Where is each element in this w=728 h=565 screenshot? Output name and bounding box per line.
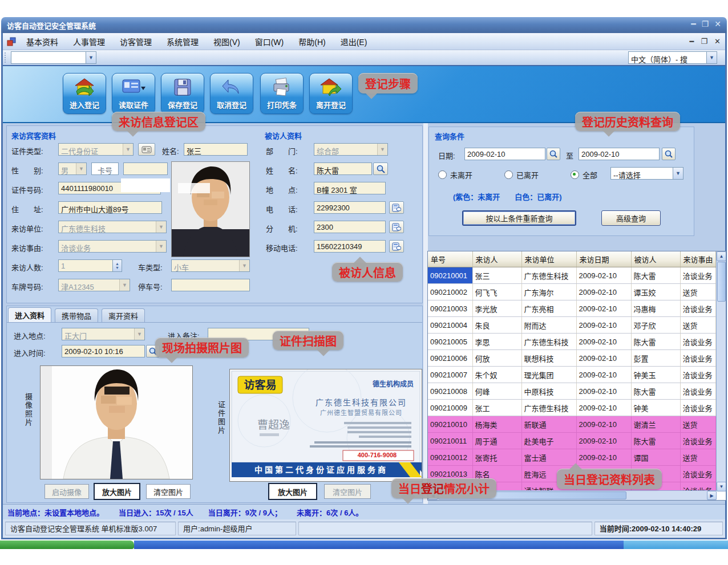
phone-dial-button[interactable] xyxy=(389,201,404,214)
mdi-restore-icon[interactable]: ❐ xyxy=(701,37,707,46)
cert-type-combobox[interactable]: 二代身份证 ▼ xyxy=(58,143,134,156)
filter-select[interactable]: --请选择 ▼ xyxy=(610,167,683,180)
table-cell[interactable]: 2009-02-10 xyxy=(576,267,631,284)
table-cell[interactable]: 周于通 xyxy=(472,433,521,449)
table-cell[interactable]: 洽谈业务 xyxy=(680,400,715,416)
table-cell[interactable]: 谢清兰 xyxy=(631,416,680,433)
date-from-picker-button[interactable] xyxy=(547,148,560,160)
minimize-icon[interactable]: ━ xyxy=(691,19,695,29)
table-cell[interactable]: 钟美玉 xyxy=(631,367,680,383)
table-cell[interactable]: 090210006 xyxy=(428,350,472,367)
scroll-right-icon[interactable]: ▶ xyxy=(707,491,717,500)
table-cell[interactable]: 090210005 xyxy=(428,334,472,350)
address-input[interactable]: 广州市中山大道89号 xyxy=(58,201,162,214)
table-cell[interactable]: 张寄托 xyxy=(472,449,521,466)
menu-item-view[interactable]: 视图(V) xyxy=(206,34,248,50)
close-icon[interactable]: ✕ xyxy=(714,19,721,29)
visited-name-search-button[interactable] xyxy=(373,162,388,175)
chevron-down-icon[interactable]: ▼ xyxy=(673,168,683,179)
cancel-register-button[interactable]: 取消登记 xyxy=(210,73,253,114)
table-cell[interactable]: 2009-02-10 xyxy=(576,317,631,334)
date-from-input[interactable]: 2009-02-10 xyxy=(464,148,545,160)
table-cell[interactable]: 广东海尔 xyxy=(521,284,576,300)
table-cell[interactable]: 090210010 xyxy=(428,416,472,433)
zoom-photo-button[interactable]: 放大图片 xyxy=(94,483,140,500)
advanced-query-button[interactable]: 高级查询 xyxy=(601,210,661,226)
table-cell[interactable]: 陈大雷 xyxy=(631,433,680,449)
table-cell[interactable]: 洽谈业务 xyxy=(680,433,715,449)
table-row[interactable]: 090210012张寄托富士通2009-02-10谭国送货 xyxy=(428,449,715,466)
table-cell[interactable]: 彭置 xyxy=(631,350,680,367)
save-register-button[interactable]: 保存登记 xyxy=(161,73,204,114)
column-header[interactable]: 单号 xyxy=(428,251,472,267)
table-row[interactable]: 090210001张三广东德生科技2009-02-10陈大雷洽谈业务 xyxy=(428,267,715,284)
table-cell[interactable]: 送货 xyxy=(680,416,715,433)
table-cell[interactable]: 张工 xyxy=(472,400,521,416)
menu-item-system[interactable]: 系统管理 xyxy=(159,34,206,50)
table-cell[interactable]: 090210003 xyxy=(428,300,472,317)
clear-photo-button[interactable]: 清空图片 xyxy=(146,484,191,499)
ext-dial-button[interactable] xyxy=(389,221,404,233)
read-idcard-button[interactable]: 读取证件 xyxy=(112,73,155,114)
menu-item-exit[interactable]: 退出(E) xyxy=(333,34,375,50)
table-cell[interactable]: 090210004 xyxy=(428,317,472,334)
table-cell[interactable]: 冯惠梅 xyxy=(631,300,680,317)
zoom-scan-button[interactable]: 放大图片 xyxy=(268,483,317,500)
table-cell[interactable]: 送货 xyxy=(680,317,715,334)
table-cell[interactable]: 钟美 xyxy=(631,400,680,416)
entry-time-input[interactable]: 2009-02-10 10:16 xyxy=(62,345,145,357)
table-cell[interactable]: 洽谈业务 xyxy=(680,466,715,482)
table-cell[interactable]: 2009-02-10 xyxy=(576,300,631,317)
table-cell[interactable]: 2009-02-10 xyxy=(576,416,631,433)
idcard-reader-button[interactable] xyxy=(138,143,155,156)
table-cell[interactable]: 洽谈业务 xyxy=(680,383,715,400)
print-slip-button[interactable]: 打印凭条 xyxy=(260,73,304,114)
tab-carried-items[interactable]: 携带物品 xyxy=(55,308,98,322)
start-camera-button[interactable]: 启动摄像 xyxy=(45,484,89,499)
phone-input[interactable]: 22992300 xyxy=(314,201,386,214)
table-cell[interactable]: 杨海类 xyxy=(472,416,521,433)
vertical-scrollbar[interactable]: ▲ ▼ xyxy=(716,251,726,491)
table-cell[interactable]: 090210009 xyxy=(428,400,472,416)
table-cell[interactable]: 李思 xyxy=(472,334,521,350)
radio-not-left[interactable]: 未离开 xyxy=(438,169,472,180)
table-row[interactable]: 090210003李光放广东亮相2009-02-10冯惠梅洽谈业务 xyxy=(428,300,715,317)
table-cell[interactable]: 何峰 xyxy=(472,383,521,400)
table-cell[interactable]: 附而达 xyxy=(521,317,576,334)
menu-item-basic[interactable]: 基本资料 xyxy=(19,34,66,50)
requery-button[interactable]: 按以上条件重新查询 xyxy=(462,210,576,226)
date-to-input[interactable]: 2009-02-10 xyxy=(579,148,660,160)
table-cell[interactable]: 朱个奴 xyxy=(472,367,521,383)
table-cell[interactable]: 洽谈业务 xyxy=(680,267,715,284)
clear-scan-button[interactable]: 清空图片 xyxy=(324,484,371,499)
table-row[interactable]: 090210011周于通赴美电子2009-02-10陈大雷洽谈业务 xyxy=(428,433,715,449)
mobile-input[interactable]: 15602210349 xyxy=(314,240,386,253)
table-cell[interactable]: 090210002 xyxy=(428,284,472,300)
tab-leave-info[interactable]: 离开资料 xyxy=(102,308,145,322)
table-cell[interactable]: 广东亮相 xyxy=(521,300,576,317)
table-cell[interactable]: 洽谈业务 xyxy=(680,300,715,317)
spinner-arrows-icon[interactable]: ▲▼ xyxy=(112,259,122,272)
visitor-name-input[interactable]: 张三 xyxy=(184,143,248,156)
radio-all[interactable]: 全部 xyxy=(571,169,597,180)
gender-combobox[interactable]: 男 ▼ xyxy=(58,162,87,175)
table-cell[interactable]: 2009-02-10 xyxy=(576,383,631,400)
table-cell[interactable]: 广东德生科技 xyxy=(521,400,576,416)
location-input[interactable]: B幢 2301 室 xyxy=(314,182,386,194)
table-cell[interactable]: 090210012 xyxy=(428,449,472,466)
table-row[interactable]: 090210006何放联想科技2009-02-10彭置洽谈业务 xyxy=(428,350,715,367)
car-type-combobox[interactable]: 小车 ▼ xyxy=(171,259,250,272)
mdi-close-icon[interactable]: ✕ xyxy=(714,37,721,46)
column-header[interactable]: 来访日期 xyxy=(576,251,631,267)
table-cell[interactable]: 张三 xyxy=(472,267,521,284)
scrollbar-thumb[interactable] xyxy=(717,262,726,302)
enter-register-button[interactable]: 进入登记 xyxy=(63,73,106,114)
table-cell[interactable]: 洽谈业务 xyxy=(680,334,715,350)
scroll-up-icon[interactable]: ▲ xyxy=(717,251,726,261)
entry-location-combobox[interactable]: 正大门 ▼ xyxy=(62,328,145,340)
mdi-minimize-icon[interactable]: ━ xyxy=(690,37,694,46)
table-cell[interactable]: 谭玉姣 xyxy=(631,284,680,300)
table-cell[interactable]: 陈大雷 xyxy=(631,334,680,350)
table-cell[interactable]: 何飞飞 xyxy=(472,284,521,300)
table-cell[interactable]: 2009-02-10 xyxy=(576,400,631,416)
